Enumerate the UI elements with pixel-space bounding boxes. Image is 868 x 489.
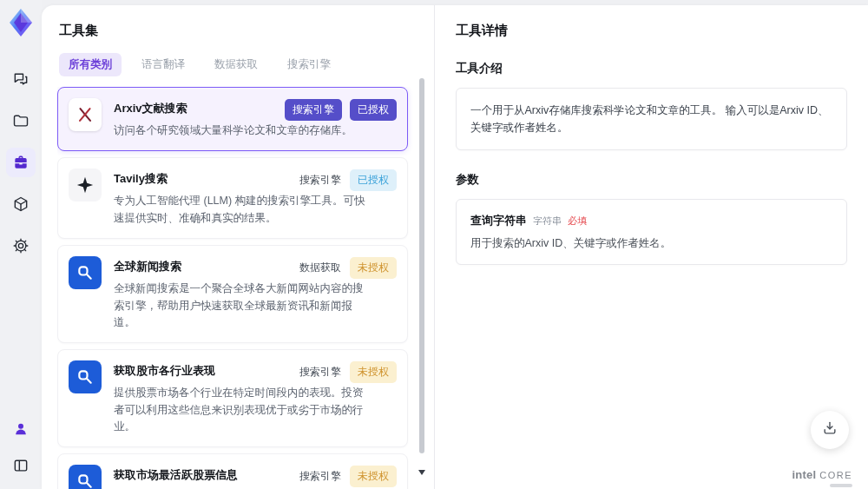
tool-description: 专为人工智能代理 (LLM) 构建的搜索引擎工具。可快速提供实时、准确和真实的结… xyxy=(114,193,369,227)
tool-auth-badge: 未授权 xyxy=(350,361,397,383)
core-wordmark: CORE xyxy=(819,470,852,480)
sidebar-item-collapse[interactable] xyxy=(6,451,36,480)
tab-category-3[interactable]: 搜索引擎 xyxy=(278,53,340,76)
params-heading: 参数 xyxy=(456,172,847,188)
news-search-icon xyxy=(69,256,102,289)
split-panel-icon xyxy=(12,457,30,474)
param-description: 用于搜索的Arxiv ID、关键字或作者姓名。 xyxy=(470,236,832,251)
param-type: 字符串 xyxy=(533,215,562,228)
cube-icon xyxy=(12,195,30,213)
download-button[interactable] xyxy=(811,411,849,449)
param-required-badge: 必填 xyxy=(568,215,587,228)
intel-core-logo: intel CORE xyxy=(792,468,852,481)
tool-card-0[interactable]: Arxiv文献搜索 访问各个研究领域大量科学论文和文章的存储库。 搜索引擎 已授… xyxy=(57,87,408,151)
tavily-icon xyxy=(69,169,102,202)
tool-category-badge: 搜索引擎 xyxy=(299,169,342,191)
scroll-down-arrow-icon[interactable] xyxy=(418,470,425,475)
param-name: 查询字符串 xyxy=(470,213,527,228)
tool-card-4[interactable]: 获取市场最活跃股票信息 提供当天交易量最高的股票列表。投资者可以利用这些信息来识… xyxy=(57,453,408,489)
tool-category-badge: 搜索引擎 xyxy=(299,361,342,383)
tool-collection-panel: 工具集 所有类别语言翻译数据获取搜索引擎 Arxiv文献搜索 访问各个研究领域大… xyxy=(42,5,434,489)
tool-auth-badge: 未授权 xyxy=(350,257,397,279)
tab-category-2[interactable]: 数据获取 xyxy=(205,53,267,76)
details-title: 工具详情 xyxy=(456,23,847,39)
chat-icon xyxy=(12,70,30,88)
sidebar-item-tools[interactable] xyxy=(6,148,36,177)
category-tabs: 所有类别语言翻译数据获取搜索引擎 xyxy=(59,53,434,76)
sidebar-item-account[interactable] xyxy=(6,414,36,444)
intro-text: 一个用于从Arxiv存储库搜索科学论文和文章的工具。 输入可以是Arxiv ID… xyxy=(470,102,832,136)
tab-category-1[interactable]: 语言翻译 xyxy=(132,53,194,76)
tool-auth-badge: 已授权 xyxy=(350,99,397,121)
intro-box: 一个用于从Arxiv存储库搜索科学论文和文章的工具。 输入可以是Arxiv ID… xyxy=(456,88,847,150)
active-stock-icon xyxy=(69,465,102,489)
toolbox-icon xyxy=(12,154,30,171)
tool-card-3[interactable]: 获取股市各行业表现 提供股票市场各个行业在特定时间段内的表现。投资者可以利用这些… xyxy=(57,349,408,447)
list-scrollbar[interactable] xyxy=(419,78,424,453)
tool-auth-badge: 已授权 xyxy=(350,169,397,191)
param-box: 查询字符串 字符串 必填 用于搜索的Arxiv ID、关键字或作者姓名。 xyxy=(456,199,847,265)
stock-sector-icon xyxy=(69,360,102,393)
tool-category-badge: 搜索引擎 xyxy=(299,466,342,487)
tool-description: 提供股票市场各个行业在特定时间段内的表现。投资者可以利用这些信息来识别表现优于或… xyxy=(114,385,369,435)
page-title: 工具集 xyxy=(59,23,434,39)
download-icon xyxy=(821,420,838,440)
tool-details-panel: 工具详情 工具介绍 一个用于从Arxiv存储库搜索科学论文和文章的工具。 输入可… xyxy=(434,5,868,489)
main-surface: 工具集 所有类别语言翻译数据获取搜索引擎 Arxiv文献搜索 访问各个研究领域大… xyxy=(42,5,868,489)
tool-card-2[interactable]: 全球新闻搜索 全球新闻搜索是一个聚合全球各大新闻网站内容的搜索引擎，帮助用户快速… xyxy=(57,245,408,343)
user-icon xyxy=(12,420,30,438)
folder-icon xyxy=(12,112,30,129)
arxiv-icon xyxy=(69,98,102,131)
sidebar-item-files[interactable] xyxy=(6,106,36,135)
tab-category-0[interactable]: 所有类别 xyxy=(59,53,122,76)
app-logo-icon[interactable] xyxy=(5,7,36,38)
tool-auth-badge: 未授权 xyxy=(350,466,397,487)
gear-icon xyxy=(12,237,30,254)
intel-logo-accent xyxy=(830,484,852,487)
tool-description: 访问各个研究领域大量科学论文和文章的存储库。 xyxy=(114,122,369,139)
intro-heading: 工具介绍 xyxy=(456,61,847,76)
sidebar-item-settings[interactable] xyxy=(6,231,36,261)
tool-description: 全球新闻搜索是一个聚合全球各大新闻网站内容的搜索引擎，帮助用户快速获取全球最新资… xyxy=(114,281,369,331)
intel-wordmark: intel xyxy=(792,468,816,481)
tool-card-1[interactable]: Tavily搜索 专为人工智能代理 (LLM) 构建的搜索引擎工具。可快速提供实… xyxy=(57,157,408,239)
sidebar-item-models[interactable] xyxy=(6,189,36,219)
sidebar-item-chat[interactable] xyxy=(6,64,36,94)
tool-list: Arxiv文献搜索 访问各个研究领域大量科学论文和文章的存储库。 搜索引擎 已授… xyxy=(57,87,434,489)
tool-category-badge: 搜索引擎 xyxy=(285,99,342,121)
app-sidebar xyxy=(0,0,42,489)
tool-category-badge: 数据获取 xyxy=(299,257,342,279)
